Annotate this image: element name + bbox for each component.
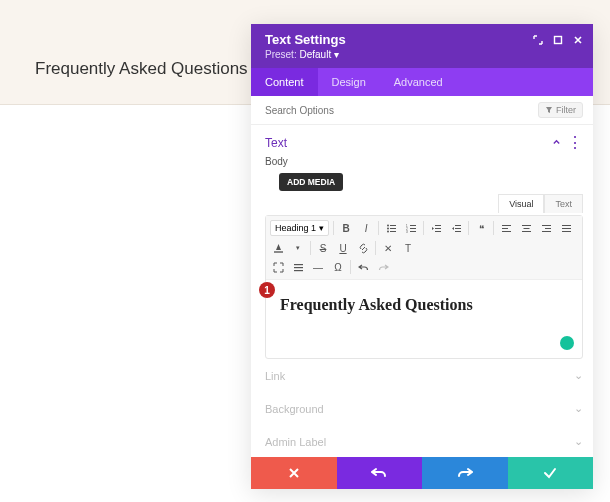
format-select[interactable]: Heading 1▾ [270,220,329,236]
svg-rect-2 [390,225,396,226]
link-icon[interactable] [355,240,371,256]
svg-rect-15 [435,231,441,232]
page-heading: Frequently Asked Questions [35,59,248,79]
preset-label: Preset: [265,49,297,60]
settings-panel: Text Settings Preset: Default ▾ Content … [251,24,593,489]
svg-rect-18 [455,231,461,232]
svg-rect-16 [455,225,461,226]
redo-button[interactable] [422,457,508,489]
body-label: Body [251,156,593,171]
align-center-icon[interactable] [518,220,534,236]
svg-rect-32 [294,264,303,265]
fullscreen-icon[interactable] [270,259,286,275]
search-input[interactable] [265,105,538,116]
outdent-icon[interactable] [428,220,444,236]
chevron-down-icon: ⌄ [574,369,583,382]
align-left-icon[interactable] [498,220,514,236]
search-row: Filter [251,96,593,125]
svg-rect-28 [562,225,571,226]
svg-rect-20 [502,228,508,229]
svg-rect-23 [523,228,529,229]
svg-rect-30 [562,231,571,232]
paste-text-icon[interactable]: T [400,240,416,256]
tab-design[interactable]: Design [318,68,380,96]
svg-rect-13 [435,225,441,226]
filter-label: Filter [556,105,576,115]
quote-icon[interactable]: ❝ [473,220,489,236]
editor-tab-text[interactable]: Text [544,194,583,213]
editor-content-heading: Frequently Asked Questions [280,296,568,314]
clear-format-icon[interactable]: ✕ [380,240,396,256]
more-icon[interactable] [290,259,306,275]
tab-bar: Content Design Advanced [251,68,593,96]
svg-rect-8 [410,228,416,229]
section-background[interactable]: Background ⌄ [251,392,593,425]
svg-rect-24 [522,231,531,232]
svg-rect-17 [455,228,461,229]
svg-rect-31 [274,251,283,253]
undo-icon[interactable] [355,259,371,275]
svg-rect-27 [542,231,551,232]
svg-text:3: 3 [406,229,408,233]
panel-footer [251,457,593,489]
svg-rect-0 [555,36,562,43]
bold-icon[interactable]: B [338,220,354,236]
tab-advanced[interactable]: Advanced [380,68,457,96]
color-dropdown-icon[interactable]: ▾ [290,240,306,256]
svg-rect-29 [562,228,571,229]
svg-rect-9 [410,231,416,232]
grammarly-icon[interactable] [560,336,574,350]
section-link[interactable]: Link ⌄ [251,359,593,392]
svg-rect-22 [522,225,531,226]
section-admin-label[interactable]: Admin Label ⌄ [251,425,593,457]
panel-title: Text Settings [265,32,533,47]
italic-icon[interactable]: I [358,220,374,236]
svg-rect-34 [294,270,303,271]
indent-icon[interactable] [448,220,464,236]
strike-icon[interactable]: S [315,240,331,256]
expand-icon[interactable] [533,35,543,45]
align-right-icon[interactable] [538,220,554,236]
svg-point-3 [387,227,389,229]
editor-tab-visual[interactable]: Visual [498,194,544,213]
preset-selector[interactable]: Preset: Default ▾ [251,49,593,68]
svg-point-1 [387,224,389,226]
editor-canvas[interactable]: Frequently Asked Questions [266,280,582,358]
svg-rect-19 [502,225,511,226]
filter-button[interactable]: Filter [538,102,583,118]
underline-icon[interactable]: U [335,240,351,256]
editor-toolbar: Heading 1▾ B I 123 ❝ [266,216,582,280]
close-icon[interactable] [573,35,583,45]
align-justify-icon[interactable] [558,220,574,236]
save-button[interactable] [508,457,594,489]
snap-icon[interactable] [553,35,563,45]
panel-header: Text Settings Preset: Default ▾ [251,24,593,68]
section-title-text: Text [265,136,549,150]
chevron-down-icon: ⌄ [574,402,583,415]
svg-rect-7 [410,225,416,226]
svg-rect-25 [542,225,551,226]
tab-content[interactable]: Content [251,68,318,96]
undo-button[interactable] [337,457,423,489]
ol-icon[interactable]: 123 [403,220,419,236]
ul-icon[interactable] [383,220,399,236]
svg-rect-14 [435,228,441,229]
annotation-marker-1: 1 [259,282,275,298]
svg-point-5 [387,230,389,232]
color-icon[interactable] [270,240,286,256]
chevron-down-icon: ⌄ [574,435,583,448]
kebab-icon[interactable]: ⋮ [567,133,583,152]
add-media-button[interactable]: ADD MEDIA [279,173,343,191]
svg-rect-21 [502,231,511,232]
svg-rect-33 [294,267,303,268]
svg-rect-26 [545,228,551,229]
discard-button[interactable] [251,457,337,489]
redo-icon[interactable] [375,259,391,275]
svg-rect-6 [390,231,396,232]
special-char-icon[interactable]: Ω [330,259,346,275]
hr-icon[interactable]: — [310,259,326,275]
collapse-icon[interactable] [549,136,563,150]
svg-rect-4 [390,228,396,229]
preset-value: Default [299,49,331,60]
rich-text-editor: Visual Text 1 Heading 1▾ B I 123 [265,215,583,359]
